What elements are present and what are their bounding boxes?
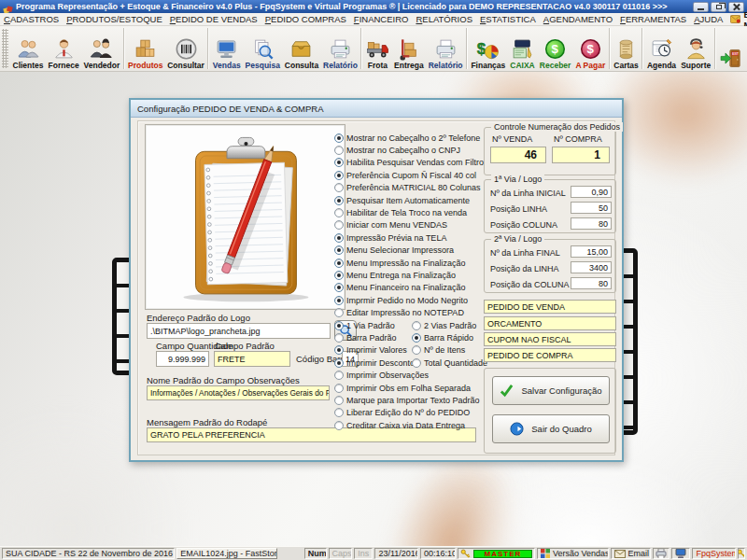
option-label: Barra Padrão: [346, 333, 397, 343]
restore-button[interactable]: [711, 2, 726, 12]
via2-row-label: Posição da COLUNA: [490, 280, 570, 289]
frota-button[interactable]: Frota: [363, 27, 391, 70]
menu-item[interactable]: RELATÓRIOS: [416, 14, 472, 24]
option-menu-financeiro-na-finaliza-o[interactable]: Menu Financeiro na Finalização: [334, 283, 466, 292]
vendas-button[interactable]: Vendas: [210, 27, 243, 70]
clientes-button[interactable]: Clientes: [10, 27, 46, 70]
status-printer-button[interactable]: [653, 548, 670, 559]
option-imprimir-valores[interactable]: Imprimir Valores: [334, 345, 412, 355]
dialog-title[interactable]: Configuração PEDIDO DE VENDA & COMPRA: [131, 100, 622, 118]
observations-field[interactable]: Informações / Anotações / Observações Ge…: [147, 385, 330, 400]
option-prefer-ncia-cupom-fiscal-40-col[interactable]: Preferência Cupom Ñ Fiscal 40 col: [334, 171, 476, 180]
consultar-button[interactable]: Consultar: [165, 27, 206, 70]
option-prefer-ncia-matricial-80-colunas[interactable]: Preferência MATRICIAL 80 Colunas: [334, 183, 481, 192]
fornece-button[interactable]: Fornece: [46, 27, 81, 70]
via2-row-field[interactable]: 80: [571, 277, 612, 289]
clients-icon: [17, 37, 40, 61]
exit-dialog-button[interactable]: Sair do Quadro: [492, 414, 610, 443]
option-pesquisar-item-automaticamente[interactable]: Pesquisar Item Automaticamente: [334, 196, 470, 205]
option-label: Total Quantidade: [424, 358, 487, 368]
receber-button[interactable]: $ Receber: [537, 27, 573, 70]
toolbar-separator: [466, 28, 468, 69]
option-imprimir-observa-es[interactable]: Imprimir Observações: [334, 371, 429, 380]
option-iniciar-com-menu-vendas[interactable]: Iniciar com Menu VENDAS: [334, 220, 447, 230]
email-icon: [730, 14, 740, 24]
option-label: Liberar Edição do Nº do PEDIDO: [346, 408, 470, 417]
menu-item[interactable]: PEDIDO DE VENDAS: [170, 14, 258, 24]
exit-button[interactable]: EXIT: [717, 27, 745, 70]
pesquisa-button[interactable]: Pesquisa: [243, 27, 282, 70]
doc-name-field-cupom[interactable]: CUPOM NAO FISCAL: [484, 332, 616, 346]
venda-number-field[interactable]: 46: [490, 147, 546, 163]
option-barra-r-pido[interactable]: Barra Rápido: [412, 333, 473, 343]
toolbar-label: Consultar: [167, 61, 204, 70]
relatorio2-button[interactable]: Relatório: [426, 27, 465, 70]
save-config-button[interactable]: Salvar Configuração: [492, 376, 610, 405]
caixa-button[interactable]: CAIXA: [508, 27, 538, 70]
suporte-button[interactable]: Suporte: [679, 27, 713, 70]
status-email-button[interactable]: Email: [611, 548, 651, 559]
agenda-button[interactable]: Agenda: [644, 27, 678, 70]
option-mostrar-no-cabe-alho-o-2-telefone[interactable]: Mostrar no Cabeçalho o 2º Telefone: [334, 133, 480, 143]
option-impress-o-pr-via-na-tela[interactable]: Impressão Prévia na TELA: [334, 233, 446, 243]
option-row: Preferência Cupom Ñ Fiscal 40 col: [334, 169, 489, 181]
option-imprimir-obs-em-folha-separada[interactable]: Imprimir Obs em Folha Separada: [334, 384, 471, 393]
option-barra-padr-o[interactable]: Barra Padrão: [334, 333, 412, 343]
option-habilita-pesquisar-vendas-com-filtro[interactable]: Habilita Pesquisar Vendas com Filtro: [334, 158, 484, 167]
compra-number-field[interactable]: 1: [552, 147, 610, 163]
via2-row-field[interactable]: 3400: [571, 261, 612, 273]
via2-row-field[interactable]: 15,00: [571, 245, 612, 258]
via1-row-field[interactable]: 0,90: [571, 186, 612, 198]
option-2-vias-padr-o[interactable]: 2 Vias Padrão: [412, 321, 476, 330]
entrega-button[interactable]: Entrega: [392, 27, 427, 70]
toolbar-separator: [123, 28, 125, 69]
doc-name-field-orcamento[interactable]: ORCAMENTO: [484, 316, 616, 330]
menu-item[interactable]: ESTATISTICA: [480, 14, 536, 24]
menu-item[interactable]: FERRAMENTAS: [620, 14, 686, 24]
option-menu-impress-o-na-finaliza-o[interactable]: Menu Impressão na Finalização: [334, 259, 466, 268]
a-pagar-button[interactable]: $ A Pagar: [573, 27, 608, 70]
option-n-de-itens[interactable]: Nº de Itens: [412, 345, 465, 355]
menu-item[interactable]: PEDIDO COMPRAS: [265, 14, 346, 24]
financas-button[interactable]: $ Finanças: [469, 27, 508, 70]
radio-icon: [334, 371, 344, 380]
menu-bar-items: CADASTROSPRODUTOS/ESTOQUEPEDIDO DE VENDA…: [4, 14, 723, 24]
minimize-button[interactable]: [693, 2, 709, 12]
menu-item[interactable]: CADASTROS: [4, 14, 59, 24]
compra-label: Nº COMPRA: [554, 134, 602, 144]
option-total-quantidade[interactable]: Total Quantidade: [412, 358, 487, 368]
option-habilitar-de-tela-troco-na-venda[interactable]: Habilitar de Tela Troco na venda: [334, 208, 467, 217]
doc-name-field-venda[interactable]: PEDIDO DE VENDA: [484, 300, 616, 314]
logo-path-field[interactable]: .\BITMAP\logo_prancheta.jpg: [147, 323, 331, 339]
doc-name-field-compra[interactable]: PEDIDO DE COMPRA: [484, 348, 616, 362]
via1-row-field[interactable]: 50: [571, 202, 612, 214]
option-creditar-caixa-via-data-entrega[interactable]: Creditar Caixa via Data Entrega: [334, 421, 465, 430]
radio-icon: [334, 208, 344, 217]
option-imprmir-pedido-no-modo-negrito[interactable]: Imprmir Pedido no Modo Negrito: [334, 296, 468, 305]
produtos-button[interactable]: Produtos: [126, 27, 165, 70]
consulta-button[interactable]: Consulta: [282, 27, 320, 70]
via1-row-field[interactable]: 80: [571, 217, 612, 230]
default-field-value[interactable]: FRETE: [214, 351, 290, 367]
menu-item[interactable]: PRODUTOS/ESTOQUE: [66, 14, 162, 24]
finance-pie-icon: $: [476, 37, 500, 61]
toolbar-grip[interactable]: [2, 29, 8, 68]
option-menu-selecionar-impressora[interactable]: Menu Selecionar Impressora: [334, 245, 454, 255]
vendedor-button[interactable]: Vendedor: [81, 27, 122, 70]
quantity-field[interactable]: 9.999.999: [156, 351, 209, 367]
toolbar-label: Suporte: [681, 61, 711, 70]
option-liberar-edi-o-do-n-do-pedido[interactable]: Liberar Edição do Nº do PEDIDO: [334, 408, 470, 417]
truck-icon: [366, 37, 389, 61]
option-editar-impress-o-no-notepad[interactable]: Editar Impressão no NOTEPAD: [334, 308, 464, 317]
option-1-via-padr-o[interactable]: 1 Via Padrão: [334, 321, 412, 330]
menu-item[interactable]: FINANCEIRO: [354, 14, 409, 24]
menu-item[interactable]: AJUDA: [694, 14, 723, 24]
status-monitor-button[interactable]: [671, 548, 690, 559]
relatorio-button[interactable]: Relatório: [321, 27, 360, 70]
option-imprimir-descontos[interactable]: Imprimir Descontos: [334, 358, 412, 368]
option-mostrar-no-cabe-alho-o-cnpj[interactable]: Mostrar no Cabeçalho o CNPJ: [334, 146, 460, 155]
option-marque-para-importar-texto-padr-o[interactable]: Marque para Importar Texto Padrão: [334, 396, 479, 405]
cartas-button[interactable]: Cartas: [612, 27, 641, 70]
option-menu-entrega-na-finaliza-o[interactable]: Menu Entrega na Finalização: [334, 271, 456, 280]
menu-item[interactable]: AGENDAMENTO: [543, 14, 613, 24]
